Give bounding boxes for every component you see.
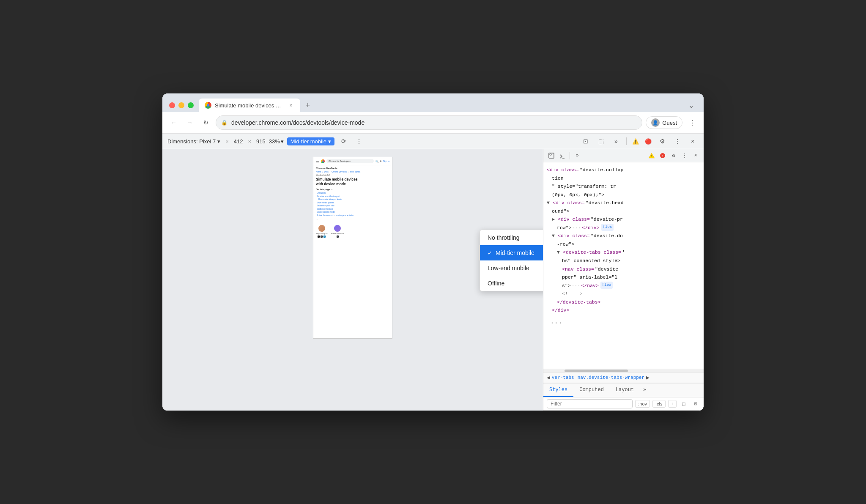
guest-button[interactable]: 👤 Guest bbox=[646, 116, 682, 129]
chrome-favicon-icon bbox=[205, 102, 211, 109]
tab-close-button[interactable]: × bbox=[288, 102, 294, 109]
device-sign-in-button[interactable]: Sign in bbox=[383, 160, 389, 162]
throttle-no-throttling[interactable]: No throttling bbox=[480, 230, 543, 245]
toggle-element-state[interactable]: ⬚ bbox=[679, 399, 688, 408]
height-value[interactable]: 915 bbox=[256, 138, 266, 145]
throttle-offline[interactable]: Offline bbox=[480, 276, 543, 291]
dom-close-nav: </nav> bbox=[581, 282, 598, 290]
zoom-selector[interactable]: 33% ▾ bbox=[269, 138, 284, 145]
dom-triangle-1[interactable]: ▼ bbox=[547, 199, 552, 207]
more-devtools-icon: ⋮ bbox=[674, 138, 680, 145]
forward-button[interactable]: → bbox=[184, 116, 196, 129]
breadcrumb-ver-tabs[interactable]: ver-tabs bbox=[552, 375, 574, 380]
dom-text: (0px, 0px, 0px);"> bbox=[552, 191, 604, 199]
dom-line-17: </devsite-tabs> bbox=[547, 298, 700, 307]
mid-tier-label: Mid-tier mobile bbox=[496, 249, 534, 256]
tab-dropdown-button[interactable]: ⌄ bbox=[685, 99, 697, 111]
maximize-button[interactable] bbox=[188, 102, 194, 108]
dom-triangle-4[interactable]: ▼ bbox=[557, 248, 562, 257]
new-tab-button[interactable]: + bbox=[302, 99, 314, 111]
throttle-mid-tier[interactable]: ✓ Mid-tier mobile bbox=[480, 245, 543, 260]
linkedin-icon[interactable]: 𝕃 bbox=[323, 236, 326, 238]
active-tab[interactable]: Simulate mobile devices with × bbox=[199, 99, 300, 112]
dimensions-arrow-icon: ▾ bbox=[217, 138, 220, 145]
dom-attr: " style="transform: tr bbox=[552, 182, 616, 191]
more-panels-button[interactable]: » bbox=[610, 135, 622, 147]
dom-scrollbar[interactable] bbox=[543, 369, 704, 372]
error-icon-button[interactable]: 🔴 bbox=[644, 137, 653, 146]
console-panel-icon[interactable] bbox=[558, 151, 567, 160]
devtools-close-icon[interactable]: × bbox=[691, 151, 700, 160]
toc-item-responsive[interactable]: Responsive Viewport Mode bbox=[316, 198, 389, 200]
styles-filter-input[interactable] bbox=[547, 399, 633, 408]
inspect-icon: ⊡ bbox=[583, 138, 588, 145]
check-mark-icon: ✓ bbox=[488, 250, 492, 256]
dimensions-label: Dimensions: Pixel 7 bbox=[167, 138, 216, 145]
close-button[interactable] bbox=[169, 102, 175, 108]
menu-dots-icon: ⋮ bbox=[689, 119, 696, 127]
author-sofia-name: Sofia Emelianova bbox=[331, 233, 344, 235]
toc-item-type[interactable]: Set the device type bbox=[316, 208, 389, 210]
tab-layout[interactable]: Layout bbox=[610, 383, 640, 397]
device-url-text: Chrome for Developers bbox=[329, 160, 351, 162]
devtools-toolbar: Dimensions: Pixel 7 ▾ × 412 × 915 33% ▾ … bbox=[162, 134, 704, 149]
dom-line-14: pper" aria-label="l bbox=[547, 273, 700, 282]
dom-triangle-2[interactable]: ▶ bbox=[552, 215, 557, 224]
warning-icon-button[interactable]: ⚠️ bbox=[631, 137, 640, 146]
device-mode-button[interactable]: ⬚ bbox=[595, 135, 607, 147]
toc-item-simulate[interactable]: Simulate a mobile viewport bbox=[316, 195, 389, 197]
device-hamburger-icon bbox=[316, 160, 319, 162]
tab-styles[interactable]: Styles bbox=[543, 383, 573, 397]
settings-button[interactable]: ⚙ bbox=[656, 135, 668, 147]
device-search-icon[interactable]: 🔍 bbox=[375, 160, 378, 163]
address-bar[interactable]: 🔒 developer.chrome.com/docs/devtools/dev… bbox=[216, 115, 642, 130]
more-panels-toggle[interactable]: » bbox=[573, 151, 582, 160]
error-badge[interactable]: ! bbox=[658, 151, 667, 160]
breadcrumb-right-arrow[interactable]: ▶ bbox=[646, 374, 650, 381]
dimensions-selector[interactable]: Dimensions: Pixel 7 ▾ bbox=[167, 138, 220, 145]
refresh-button[interactable]: ↻ bbox=[200, 116, 212, 129]
toc-item-dpr[interactable]: Set device pixel ratio bbox=[316, 205, 389, 207]
breadcrumb-left-arrow[interactable]: ◀ bbox=[547, 374, 550, 381]
throttle-low-end[interactable]: Low-end mobile bbox=[480, 260, 543, 276]
hov-button[interactable]: :hov bbox=[635, 400, 650, 408]
styles-filter-row: :hov .cls + ⬚ ⊡ bbox=[543, 397, 704, 411]
back-button[interactable]: ← bbox=[167, 116, 180, 129]
device-settings-icon[interactable]: ⚙ bbox=[380, 160, 381, 162]
devtools-icons-bar: » ! ! ⚙ ⋮ × bbox=[543, 149, 704, 162]
devtools-more-icon[interactable]: ⋮ bbox=[680, 151, 689, 160]
github-icon[interactable]: G bbox=[321, 236, 323, 238]
dom-attr-6: "devsite bbox=[595, 265, 618, 274]
dom-line-15: s"> ··· </nav> flex bbox=[547, 282, 700, 290]
more-toolbar-button[interactable]: ⋮ bbox=[353, 135, 365, 147]
toc-item-media[interactable]: Show media queries bbox=[316, 202, 389, 204]
tab-more-styles[interactable]: » bbox=[640, 383, 650, 397]
devtools-settings-icon[interactable]: ⚙ bbox=[669, 151, 678, 160]
dom-text-2: ound"> bbox=[552, 207, 569, 216]
tabs-row: Simulate mobile devices with × + ⌄ bbox=[199, 99, 697, 112]
toc-item-specific[interactable]: Device-specific mode bbox=[316, 211, 389, 213]
breadcrumb-nav-wrapper[interactable]: nav.devsite-tabs-wrapper bbox=[578, 375, 644, 380]
layout-pane-icon[interactable]: ⊡ bbox=[691, 399, 700, 408]
rotate-icon-button[interactable]: ⟳ bbox=[338, 135, 350, 147]
dom-triangle-3[interactable]: ▼ bbox=[552, 232, 557, 240]
more-devtools-button[interactable]: ⋮ bbox=[671, 135, 683, 147]
add-style-button[interactable]: + bbox=[668, 400, 677, 408]
toc-item-limitations[interactable]: Limitations bbox=[316, 192, 389, 194]
breadcrumb-docs: Docs bbox=[324, 171, 329, 173]
browser-menu-button[interactable]: ⋮ bbox=[686, 116, 699, 129]
width-value[interactable]: 412 bbox=[234, 138, 243, 145]
device-mode-icon: ⬚ bbox=[598, 138, 604, 145]
minimize-button[interactable] bbox=[178, 102, 184, 108]
elements-panel-icon[interactable] bbox=[547, 151, 556, 160]
sofia-github-icon[interactable]: G bbox=[337, 236, 339, 238]
cls-button[interactable]: .cls bbox=[652, 400, 666, 408]
close-devtools-button[interactable]: × bbox=[687, 135, 699, 147]
throttle-selector[interactable]: Mid-tier mobile ▾ bbox=[287, 137, 334, 145]
toc-item-rotate[interactable]: Rotate the viewport to landscape orienta… bbox=[316, 214, 389, 216]
tab-computed[interactable]: Computed bbox=[573, 383, 610, 397]
device-preview: Chrome for Developers 🔍 ⚙ Sign in Chrome… bbox=[313, 157, 392, 339]
twitter-icon[interactable]: 𝕏 bbox=[318, 236, 320, 238]
warning-badge[interactable]: ! bbox=[647, 151, 656, 160]
inspect-button[interactable]: ⊡ bbox=[580, 135, 592, 147]
